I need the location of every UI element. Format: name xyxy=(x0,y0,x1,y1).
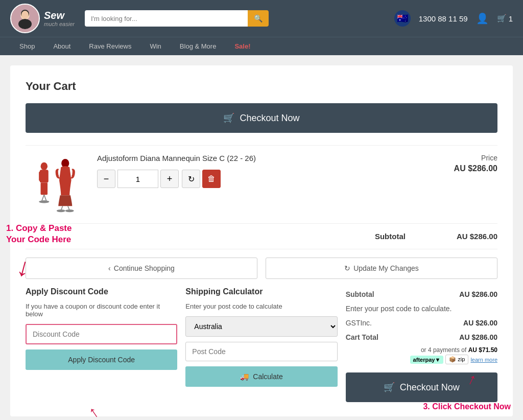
product-details: Adjustoform Diana Mannequin Size C (22 -… xyxy=(97,154,406,188)
user-icon[interactable]: 👤 xyxy=(476,12,489,25)
qty-minus-button[interactable]: − xyxy=(97,170,115,188)
apply-discount-button[interactable]: Apply Discount Code xyxy=(26,349,177,370)
shipping-section: Shipping Calculator Enter your post code… xyxy=(185,287,337,402)
search-icon: 🔍 xyxy=(254,14,263,22)
summary-subtotal-value: AU $286.00 xyxy=(459,290,497,298)
refresh-icon: ↻ xyxy=(344,264,350,272)
flag-icon: 🇦🇺 xyxy=(394,10,411,27)
shipping-title: Shipping Calculator xyxy=(185,287,337,296)
nav-win[interactable]: Win xyxy=(140,37,170,55)
learn-more-link[interactable]: learn more xyxy=(470,357,497,363)
nav-about[interactable]: About xyxy=(44,37,80,55)
cart-count: 1 xyxy=(509,14,513,23)
logo-avatar xyxy=(10,4,40,33)
summary-gst-label: GSTInc. xyxy=(346,319,372,327)
svg-point-18 xyxy=(65,209,74,212)
svg-point-5 xyxy=(41,162,48,170)
delete-button[interactable]: 🗑 xyxy=(202,170,221,188)
cart-icon-wrap[interactable]: 🛒 1 xyxy=(497,14,513,23)
annotation-step1: 1. Copy & Paste Your Code Here xyxy=(6,223,88,245)
summary-subtotal-label: Subtotal xyxy=(346,290,374,298)
summary-total-label: Cart Total xyxy=(346,333,378,341)
qty-controls: − + ↻ 🗑 xyxy=(97,170,406,188)
discount-title: Apply Discount Code xyxy=(26,287,177,296)
search-bar: 🔍 xyxy=(85,10,269,27)
zip-badge: 📦 zip xyxy=(445,355,468,364)
svg-point-2 xyxy=(18,19,32,29)
header: Sew much easier 🔍 🇦🇺 1300 88 11 59 👤 🛒 1 xyxy=(0,0,523,37)
svg-rect-9 xyxy=(41,183,48,195)
checkout-cart-icon: 🛒 xyxy=(223,112,234,124)
search-button[interactable]: 🔍 xyxy=(248,10,269,27)
discount-desc: If you have a coupon or discount code en… xyxy=(26,302,177,318)
update-label: Update My Changes xyxy=(353,264,419,272)
checkout-top-label: Checkout Now xyxy=(240,113,299,124)
product-name: Adjustoform Diana Mannequin Size C (22 -… xyxy=(97,154,406,162)
nav-sale[interactable]: Sale! xyxy=(225,37,259,55)
continue-shopping-button[interactable]: ‹ Continue Shopping xyxy=(26,258,257,279)
summary-gst-row: GSTInc. AU $26.00 xyxy=(346,316,497,330)
svg-rect-8 xyxy=(44,172,47,181)
qty-plus-button[interactable]: + xyxy=(160,170,179,188)
cart-container: 1. Copy & Paste Your Code Here ↓ 2. Clic… xyxy=(10,65,513,416)
nav-rave-reviews[interactable]: Rave Reviews xyxy=(80,37,140,55)
checkout-cart-icon-bottom: 🛒 xyxy=(384,382,395,393)
price-section: Price AU $286.00 xyxy=(416,154,497,173)
logo-area: Sew much easier xyxy=(10,4,75,33)
nav-shop[interactable]: Shop xyxy=(10,37,44,55)
postcode-input[interactable] xyxy=(185,342,337,361)
svg-rect-13 xyxy=(43,200,45,202)
product-row: Adjustoform Diana Mannequin Size C (22 -… xyxy=(26,145,497,224)
discount-code-input[interactable] xyxy=(26,324,177,344)
checkout-top-button[interactable]: 🛒 Checkout Now xyxy=(26,103,497,133)
discount-section: Apply Discount Code If you have a coupon… xyxy=(26,287,177,402)
price-label: Price xyxy=(416,154,497,162)
svg-point-17 xyxy=(57,209,65,212)
shipping-desc: Enter your post code to calculate xyxy=(185,302,337,310)
price-value: AU $286.00 xyxy=(416,164,497,173)
truck-icon: 🚚 xyxy=(240,372,249,381)
chevron-left-icon: ‹ xyxy=(108,264,111,272)
annotation-step3: 3. Click Checkout Now xyxy=(423,402,511,411)
summary-gst-value: AU $26.00 xyxy=(463,319,497,327)
update-changes-button[interactable]: ↻ Update My Changes xyxy=(266,258,497,279)
logo-text: Sew much easier xyxy=(44,10,75,28)
bottom-grid: Apply Discount Code If you have a coupon… xyxy=(26,287,497,402)
continue-shopping-label: Continue Shopping xyxy=(114,264,175,272)
svg-rect-7 xyxy=(39,172,42,181)
annotation-arrow-2: ↑ xyxy=(85,402,102,420)
header-right: 🇦🇺 1300 88 11 59 👤 🛒 1 xyxy=(394,10,513,27)
afterpay-row: or 4 payments of AU $71.50 afterpay▼ 📦 z… xyxy=(346,344,497,366)
subtotal-value: AU $286.00 xyxy=(457,232,497,241)
order-summary: Subtotal AU $286.00 Enter your post code… xyxy=(346,287,497,402)
search-input[interactable] xyxy=(85,10,248,27)
action-row: ‹ Continue Shopping ↻ Update My Changes xyxy=(26,258,497,279)
phone-number: 1300 88 11 59 xyxy=(419,14,468,23)
refresh-button[interactable]: ↻ xyxy=(182,170,200,188)
cart-title: Your Cart xyxy=(26,80,497,93)
checkout-bottom-label: Checkout Now xyxy=(400,382,460,393)
cart-icon: 🛒 xyxy=(497,14,507,23)
product-image xyxy=(26,154,87,215)
summary-total-row: Cart Total AU $286.00 xyxy=(346,330,497,344)
svg-point-4 xyxy=(21,11,29,19)
summary-total-value: AU $286.00 xyxy=(459,333,497,341)
navigation: Shop About Rave Reviews Win Blog & More … xyxy=(0,37,523,55)
afterpay-amount: AU $71.50 xyxy=(468,346,497,354)
subtotal-row: Subtotal AU $286.00 xyxy=(26,224,497,249)
qty-input[interactable] xyxy=(117,170,158,188)
afterpay-badge: afterpay▼ xyxy=(410,356,444,364)
calculate-label: Calculate xyxy=(253,372,282,381)
calculate-button[interactable]: 🚚 Calculate xyxy=(185,366,337,387)
summary-postcode-row: Enter your post code to calculate. xyxy=(346,301,497,316)
summary-subtotal-row: Subtotal AU $286.00 xyxy=(346,287,497,301)
summary-postcode-desc: Enter your post code to calculate. xyxy=(346,305,452,313)
subtotal-label: Subtotal xyxy=(375,232,406,241)
afterpay-text: or 4 payments of xyxy=(421,346,466,354)
country-select[interactable]: Australia xyxy=(185,316,337,337)
nav-blog[interactable]: Blog & More xyxy=(171,37,226,55)
mannequin-image xyxy=(28,156,84,213)
